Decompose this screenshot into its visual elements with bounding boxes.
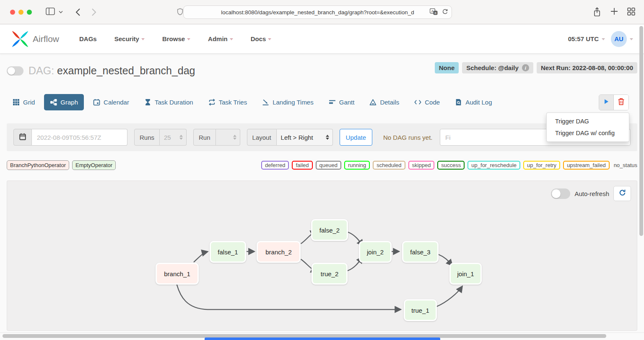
graph-node-true_2[interactable]: true_2	[312, 263, 348, 285]
runs-select[interactable]: 25	[160, 129, 187, 146]
minimize-window-button[interactable]	[18, 10, 23, 15]
menu-item-trigger-dag[interactable]: Trigger DAG	[547, 115, 629, 127]
repeat-icon	[208, 99, 216, 106]
operator-legend: BranchPythonOperatorEmptyOperator	[7, 160, 116, 170]
shield-icon[interactable]	[177, 8, 183, 16]
graph-node-false_3[interactable]: false_3	[402, 241, 439, 263]
tab-details[interactable]: Details	[364, 94, 405, 110]
url-text: localhost:8080/dags/example_nested_branc…	[221, 9, 414, 16]
address-bar[interactable]: localhost:8080/dags/example_nested_branc…	[183, 5, 452, 19]
close-window-button[interactable]	[10, 10, 15, 15]
refresh-icon	[619, 189, 626, 198]
graph-node-join_2[interactable]: join_2	[359, 241, 392, 263]
status-badge-deferred: deferred	[261, 161, 289, 170]
airflow-pinwheel-icon	[11, 30, 29, 48]
legend-row: BranchPythonOperatorEmptyOperator deferr…	[7, 160, 637, 170]
tag-badge-none[interactable]: None	[435, 62, 459, 73]
airflow-graph-page: { "browser": { "url_text": "localhost:80…	[0, 0, 644, 340]
nav-item-security[interactable]: Security	[114, 35, 145, 42]
tab-grid[interactable]: Grid	[7, 94, 41, 110]
graph-node-false_1[interactable]: false_1	[210, 241, 246, 263]
back-icon[interactable]	[75, 8, 80, 16]
airflow-logo[interactable]: Airflow	[11, 30, 59, 48]
chevron-down-icon	[630, 38, 633, 40]
auto-refresh-label: Auto-refresh	[574, 190, 609, 197]
dag-pause-toggle[interactable]	[7, 66, 23, 76]
no-dag-runs-message: No DAG runs yet.	[383, 134, 433, 141]
filter-bar: Runs 25 Run Layout Left > Right Update N…	[7, 123, 637, 151]
operator-legend-branchpythonoperator: BranchPythonOperator	[7, 160, 69, 170]
chevron-down-icon[interactable]	[59, 10, 63, 13]
tab-task-tries[interactable]: Task Tries	[203, 94, 253, 110]
sidebar-icon[interactable]	[46, 8, 55, 15]
dock-indicator-bar	[205, 337, 440, 340]
auto-refresh-toggle[interactable]	[551, 188, 570, 199]
details-icon	[369, 99, 377, 106]
chevron-down-icon	[268, 38, 271, 40]
nav-item-browse[interactable]: Browse	[162, 35, 190, 42]
tab-label: Task Duration	[155, 99, 193, 106]
main-nav: DAGsSecurityBrowseAdminDocs	[79, 35, 271, 42]
nav-item-label: Docs	[251, 35, 266, 42]
status-badge-failed: failed	[292, 161, 312, 170]
tab-gantt[interactable]: Gantt	[323, 94, 361, 110]
tab-calendar[interactable]: Calendar	[87, 94, 135, 110]
graph-node-false_2[interactable]: false_2	[311, 219, 348, 241]
new-tab-icon[interactable]	[610, 8, 618, 15]
menu-item-trigger-dag-w-config[interactable]: Trigger DAG w/ config	[547, 127, 629, 139]
clock-dropdown[interactable]: 05:57 UTC	[568, 35, 605, 42]
nav-item-docs[interactable]: Docs	[251, 35, 272, 42]
status-badge-no_status: no_status	[614, 162, 637, 168]
base-date-input[interactable]	[32, 129, 127, 146]
tab-overview-icon[interactable]	[627, 8, 635, 16]
reload-icon[interactable]	[442, 8, 448, 17]
base-date-calendar-button[interactable]	[13, 129, 32, 146]
hourglass-icon	[144, 99, 151, 106]
nav-item-admin[interactable]: Admin	[208, 35, 233, 42]
info-icon[interactable]: i	[522, 64, 529, 71]
landing-icon	[262, 99, 269, 106]
graph-node-branch_2[interactable]: branch_2	[257, 241, 301, 263]
tab-label: Landing Times	[273, 99, 314, 106]
delete-dag-button[interactable]	[614, 95, 628, 110]
tab-audit-log[interactable]: Audit Log	[449, 94, 498, 110]
gantt-icon	[329, 99, 336, 106]
tab-graph[interactable]: Graph	[44, 94, 84, 110]
zoom-window-button[interactable]	[27, 10, 32, 15]
graph-node-join_1[interactable]: join_1	[449, 263, 482, 285]
calendar-icon	[93, 99, 100, 106]
refresh-button[interactable]	[613, 186, 631, 201]
tab-code[interactable]: Code	[408, 94, 446, 110]
nav-item-dags[interactable]: DAGs	[79, 35, 97, 42]
trigger-dag-button[interactable]	[599, 95, 614, 110]
edge-branch_1-to-true_1	[177, 285, 400, 310]
window-controls	[10, 10, 32, 15]
tab-task-duration[interactable]: Task Duration	[138, 94, 199, 110]
audit-icon	[455, 99, 462, 106]
tab-label: Grid	[23, 99, 35, 106]
update-button[interactable]: Update	[340, 129, 372, 146]
tab-label: Gantt	[339, 99, 355, 106]
tab-label: Details	[380, 99, 399, 106]
vertical-scrollbar[interactable]	[639, 26, 643, 236]
graph-node-branch_1[interactable]: branch_1	[156, 263, 199, 285]
status-badge-up_for_reschedule: up_for_reschedule	[467, 161, 520, 170]
layout-select[interactable]: Left > Right	[277, 129, 333, 146]
tab-label: Code	[425, 99, 440, 106]
forward-icon[interactable]	[91, 8, 96, 16]
run-select[interactable]	[216, 129, 240, 146]
run-label: Run	[193, 129, 216, 146]
tab-landing-times[interactable]: Landing Times	[256, 94, 319, 110]
dag-prefix: DAG:	[29, 65, 54, 76]
chevron-down-icon	[187, 38, 190, 40]
user-menu[interactable]: AU	[611, 31, 633, 47]
status-badge-success: success	[437, 161, 465, 170]
translate-icon[interactable]: Aa	[430, 8, 438, 17]
share-icon[interactable]	[593, 7, 601, 17]
browser-chrome: localhost:8080/dags/example_nested_branc…	[0, 0, 644, 24]
nav-item-label: Admin	[208, 35, 228, 42]
graph-node-true_1[interactable]: true_1	[404, 299, 437, 321]
nav-item-label: DAGs	[79, 35, 97, 42]
auto-refresh-control: Auto-refresh	[551, 186, 631, 201]
select-stepper-icon	[179, 135, 183, 140]
